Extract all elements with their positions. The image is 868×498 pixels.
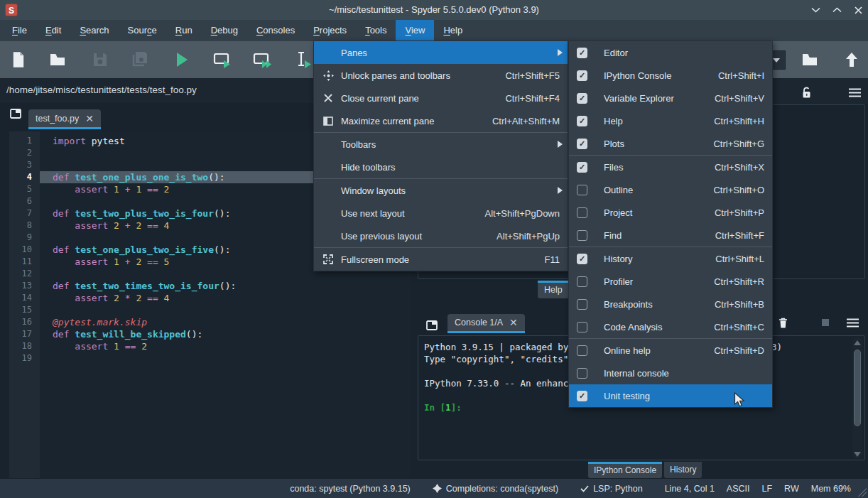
help-options-menu-icon[interactable]: [847, 85, 862, 100]
menu-item-shortcut: Ctrl+Shift+F5: [505, 70, 560, 81]
submenu-arrow-icon: [558, 187, 563, 194]
line-number: 8: [9, 220, 40, 232]
lsp-status[interactable]: LSP: Python: [580, 484, 643, 494]
console-scrollbar[interactable]: [852, 337, 862, 459]
save-file-button[interactable]: [87, 48, 113, 72]
menu-item-use-previous-layout[interactable]: Use previous layoutAlt+Shift+PgUp: [314, 224, 568, 247]
line-number: 18: [9, 340, 40, 352]
scroll-down-icon[interactable]: [854, 451, 861, 457]
menu-item-label: Toolbars: [341, 139, 376, 150]
panes-menu-item-profiler[interactable]: ProfilerCtrl+Shift+R: [569, 270, 772, 293]
panes-menu-item-internal-console[interactable]: Internal console: [569, 362, 772, 384]
panes-menu-item-find[interactable]: FindCtrl+Shift+F: [569, 224, 772, 247]
scroll-up-icon[interactable]: [854, 340, 861, 345]
panes-menu-item-ipython-console[interactable]: ✓IPython ConsoleCtrl+Shift+I: [569, 64, 772, 87]
panes-menu-item-label: Find: [604, 230, 622, 241]
panes-menu-item-project[interactable]: ProjectCtrl+Shift+P: [569, 201, 772, 224]
tab-help[interactable]: Help: [538, 281, 569, 298]
panes-menu-item-breakpoints[interactable]: BreakpointsCtrl+Shift+B: [569, 293, 772, 315]
editor-undock-icon[interactable]: [10, 108, 21, 119]
completions-status[interactable]: Completions: conda(spytest): [433, 484, 558, 494]
new-file-button[interactable]: [6, 48, 31, 72]
panes-menu-item-label: Unit testing: [604, 391, 650, 401]
status-bar: conda: spytest (Python 3.9.15)Completion…: [0, 479, 868, 498]
line-number: 15: [9, 304, 40, 316]
panes-menu-item-plots[interactable]: ✓PlotsCtrl+Shift+G: [569, 132, 772, 155]
tab-history[interactable]: History: [664, 462, 702, 478]
window-title: ~/misc/testunittest - Spyder 5.5.0.dev0 …: [0, 0, 868, 20]
run-cell-advance-button[interactable]: [250, 48, 276, 72]
menu-item-shortcut: F11: [545, 254, 560, 265]
menubar-item-consoles[interactable]: Consoles: [247, 20, 304, 41]
panes-menu-item-variable-explorer[interactable]: ✓Variable ExplorerCtrl+Shift+V: [569, 87, 772, 109]
tab-ipython-console[interactable]: IPython Console: [588, 462, 662, 478]
panes-menu-item-outline[interactable]: OutlineCtrl+Shift+O: [569, 178, 772, 201]
resize-grip[interactable]: [858, 488, 867, 497]
console-bottom-tabs: IPython ConsoleHistory: [588, 462, 702, 478]
menubar-item-projects[interactable]: Projects: [304, 20, 356, 41]
panes-menu-item-code-analysis[interactable]: Code AnalysisCtrl+Shift+C: [569, 315, 772, 338]
browse-working-directory-button[interactable]: [798, 48, 824, 72]
console-options-menu-icon[interactable]: [844, 314, 861, 331]
menubar-item-debug[interactable]: Debug: [202, 20, 247, 41]
menubar-item-view[interactable]: View: [396, 20, 434, 41]
menu-item-fullscreen-mode[interactable]: Fullscreen modeF11: [314, 248, 568, 271]
menubar-item-file[interactable]: File: [3, 20, 36, 41]
menubar-item-run[interactable]: Run: [166, 20, 202, 41]
checkbox-unchecked-icon: [577, 207, 587, 218]
panes-menu-item-online-help[interactable]: Online helpCtrl+Shift+D: [569, 339, 772, 362]
line-number: 4: [9, 171, 40, 183]
menu-item-unlock-panes-and-toolbars[interactable]: Unlock panes and toolbarsCtrl+Shift+F5: [314, 64, 568, 87]
menu-item-window-layouts[interactable]: Window layouts: [314, 179, 568, 202]
close-button[interactable]: [852, 4, 864, 16]
line-number: 12: [9, 268, 40, 280]
maximize-button[interactable]: [831, 4, 842, 16]
tab-close-icon[interactable]: ✕: [85, 114, 94, 123]
panes-menu-item-history[interactable]: ✓HistoryCtrl+Shift+L: [569, 247, 772, 270]
panes-menu-item-editor[interactable]: ✓Editor: [569, 41, 772, 64]
menubar-item-search[interactable]: Search: [70, 20, 118, 41]
console-tab[interactable]: Console 1/A ✕: [447, 314, 525, 333]
checkbox-checked-icon: ✓: [577, 139, 587, 149]
menu-item-label: Panes: [341, 48, 367, 58]
line-number: 14: [9, 292, 40, 304]
console-undock-icon[interactable]: [423, 317, 440, 334]
menu-item-hide-toolbars[interactable]: Hide toolbars: [314, 156, 568, 178]
remove-console-icon[interactable]: [774, 314, 791, 331]
editor-left-margin: [0, 131, 9, 478]
panes-menu-item-shortcut: Ctrl+Shift+D: [714, 345, 764, 356]
menu-item-shortcut: Ctrl+Alt+Shift+M: [492, 116, 560, 126]
interrupt-kernel-icon[interactable]: [817, 314, 834, 331]
menu-item-use-next-layout[interactable]: Use next layoutAlt+Shift+PgDown: [314, 202, 568, 224]
menubar-item-tools[interactable]: Tools: [356, 20, 396, 41]
menu-item-close-current-pane[interactable]: Close current paneCtrl+Shift+F4: [314, 87, 568, 109]
lock-icon[interactable]: [798, 85, 814, 100]
encoding-status: ASCII: [727, 484, 750, 494]
menu-item-maximize-current-pane[interactable]: Maximize current paneCtrl+Alt+Shift+M: [314, 109, 568, 132]
editor-tab-test-foo[interactable]: test_foo.py ✕: [28, 109, 101, 129]
menu-item-panes[interactable]: Panes: [314, 41, 568, 64]
menubar-item-source[interactable]: Source: [119, 20, 166, 41]
console-prompt: In [1]:: [424, 401, 579, 413]
menu-item-label: Use previous layout: [341, 231, 422, 242]
checkbox-unchecked-icon: [577, 322, 587, 332]
line-number: 7: [9, 207, 40, 220]
menu-item-toolbars[interactable]: Toolbars: [314, 133, 568, 156]
line-number: 9: [9, 232, 40, 244]
interpreter-status[interactable]: conda: spytest (Python 3.9.15): [290, 484, 411, 494]
checkbox-checked-icon: ✓: [577, 48, 587, 58]
run-file-button[interactable]: [169, 48, 195, 72]
open-file-button[interactable]: [46, 48, 72, 72]
panes-menu-item-help[interactable]: ✓HelpCtrl+Shift+H: [569, 109, 772, 132]
line-number: 6: [9, 195, 40, 207]
parent-directory-button[interactable]: [839, 48, 864, 72]
panes-menu-item-files[interactable]: ✓FilesCtrl+Shift+X: [569, 156, 772, 178]
console-tab-close-icon[interactable]: ✕: [509, 318, 518, 327]
menubar-item-help[interactable]: Help: [434, 20, 472, 41]
panes-menu-item-label: Internal console: [604, 368, 669, 379]
scrollbar-thumb[interactable]: [854, 350, 861, 426]
menubar-item-edit[interactable]: Edit: [36, 20, 70, 41]
minimize-button[interactable]: [810, 4, 821, 16]
save-all-button[interactable]: [128, 48, 153, 72]
run-cell-button[interactable]: [210, 48, 235, 72]
